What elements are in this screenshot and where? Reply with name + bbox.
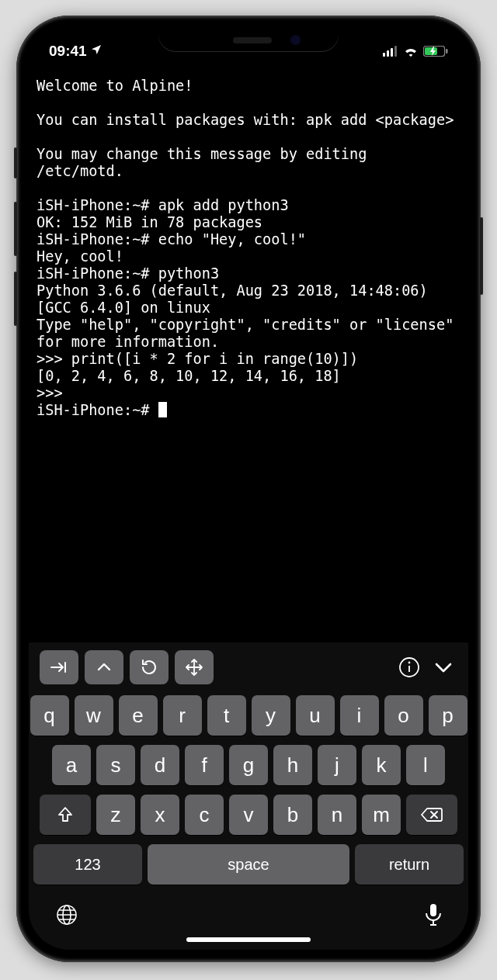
key-h[interactable]: h <box>273 745 312 785</box>
key-q[interactable]: q <box>30 695 69 736</box>
cursor <box>158 402 167 417</box>
wifi-icon <box>403 46 419 57</box>
key-v[interactable]: v <box>229 795 268 835</box>
collapse-keyboard-button[interactable] <box>429 653 457 681</box>
globe-icon[interactable] <box>55 903 78 926</box>
keyboard: qwertyuiop asdfghjkl zxcvbnm 123 space r… <box>29 692 468 888</box>
key-j[interactable]: j <box>318 745 356 785</box>
svg-rect-3 <box>394 46 397 57</box>
key-l[interactable]: l <box>406 745 445 785</box>
location-icon <box>90 43 103 60</box>
svg-rect-0 <box>383 53 385 57</box>
key-row-2: asdfghjkl <box>33 745 464 785</box>
shift-key[interactable] <box>40 795 91 835</box>
svg-rect-6 <box>446 49 448 54</box>
key-n[interactable]: n <box>318 795 356 835</box>
key-p[interactable]: p <box>429 695 467 736</box>
keyboard-accessory-bar <box>29 642 468 692</box>
key-e[interactable]: e <box>119 695 158 736</box>
backspace-key[interactable] <box>406 795 457 835</box>
esc-key[interactable] <box>130 650 169 684</box>
key-a[interactable]: a <box>52 745 91 785</box>
terminal-output[interactable]: Welcome to Alpine! You can install packa… <box>29 68 468 642</box>
key-r[interactable]: r <box>163 695 202 736</box>
cellular-icon <box>383 46 398 57</box>
key-u[interactable]: u <box>296 695 335 736</box>
arrows-key[interactable] <box>175 650 214 684</box>
key-s[interactable]: s <box>96 745 135 785</box>
keyboard-tool-row <box>29 888 468 933</box>
key-y[interactable]: y <box>252 695 290 736</box>
svg-point-9 <box>409 663 410 663</box>
key-t[interactable]: t <box>207 695 246 736</box>
key-k[interactable]: k <box>362 745 401 785</box>
key-f[interactable]: f <box>185 745 224 785</box>
home-indicator[interactable] <box>186 937 311 942</box>
key-b[interactable]: b <box>273 795 312 835</box>
dictation-icon[interactable] <box>425 903 442 926</box>
key-x[interactable]: x <box>141 795 179 835</box>
key-row-4: 123 space return <box>33 844 464 888</box>
svg-rect-12 <box>430 904 436 916</box>
notch <box>158 28 339 51</box>
screen: 09:41 Welcome to Alpine! You can install… <box>29 28 468 950</box>
numbers-key[interactable]: 123 <box>33 844 142 885</box>
side-switch <box>14 147 17 178</box>
battery-icon <box>423 46 448 57</box>
key-g[interactable]: g <box>229 745 268 785</box>
terminal-text: Welcome to Alpine! You can install packa… <box>36 78 463 418</box>
clock: 09:41 <box>49 43 87 60</box>
info-button[interactable] <box>395 653 423 681</box>
key-row-3: zxcvbnm <box>33 795 464 835</box>
power-button <box>480 217 483 295</box>
key-w[interactable]: w <box>75 695 113 736</box>
space-key[interactable]: space <box>148 844 349 885</box>
keyboard-area: qwertyuiop asdfghjkl zxcvbnm 123 space r… <box>29 642 468 950</box>
volume-down <box>14 272 17 326</box>
tab-key[interactable] <box>40 650 78 684</box>
svg-rect-1 <box>387 50 389 57</box>
key-z[interactable]: z <box>96 795 135 835</box>
return-key[interactable]: return <box>355 844 464 885</box>
key-m[interactable]: m <box>362 795 401 835</box>
svg-rect-2 <box>391 48 393 57</box>
ctrl-key[interactable] <box>85 650 123 684</box>
key-d[interactable]: d <box>141 745 179 785</box>
volume-up <box>14 202 17 256</box>
key-c[interactable]: c <box>185 795 224 835</box>
key-row-1: qwertyuiop <box>33 695 464 736</box>
phone-frame: 09:41 Welcome to Alpine! You can install… <box>16 16 481 962</box>
key-o[interactable]: o <box>384 695 423 736</box>
key-i[interactable]: i <box>340 695 379 736</box>
